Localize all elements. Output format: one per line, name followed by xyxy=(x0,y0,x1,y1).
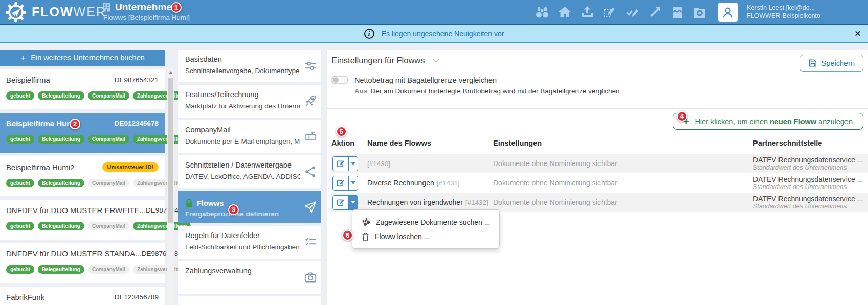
scroll-up-icon[interactable] xyxy=(169,71,173,74)
row-menu-button[interactable] xyxy=(349,157,358,171)
company-card-beispielfirma[interactable]: Beispielfirma DE987654321 gebucht Belega… xyxy=(0,69,165,109)
menu-title: Zahlungsverwaltung xyxy=(185,267,252,275)
badge-belegaufteilung: Belegaufteilung xyxy=(38,179,84,187)
col-name: Name des Flowws xyxy=(367,139,493,147)
menu-item-regeln[interactable]: Regeln für Datenfelder Feld-Sichtbarkeit… xyxy=(178,226,321,259)
annotation-6: 6 xyxy=(342,230,353,241)
book-company-button[interactable]: + Ein weiteres Unternehmen buchen xyxy=(0,50,165,66)
toggle-state: Aus xyxy=(354,87,368,95)
menu-title: CompanyMail xyxy=(185,126,231,134)
scrollbar-thumb[interactable] xyxy=(168,78,173,223)
close-icon[interactable]: ✕ xyxy=(854,29,861,38)
user-avatar[interactable] xyxy=(718,3,738,22)
edit-button[interactable] xyxy=(333,176,349,190)
bagatell-toggle[interactable] xyxy=(331,76,348,84)
notification-bar: i Es liegen ungesehene Neuigkeiten vor ✕ xyxy=(0,24,868,43)
edit-split-button[interactable] xyxy=(332,195,358,210)
edit-split-button[interactable] xyxy=(332,156,358,171)
menu-item-partial[interactable] xyxy=(178,296,321,305)
toggle-label: Nettobetrag mit Bagatellgrenze vergleich… xyxy=(354,76,497,84)
floww-settings: Dokumente ohne Nominierung sichtbar xyxy=(493,159,753,168)
menu-item-flowws[interactable]: Flowws Freigabeprozesse definieren xyxy=(178,191,321,223)
floww-name: Rechnungen von irgendwoher xyxy=(367,198,463,206)
share-arrow-icon[interactable] xyxy=(648,5,662,19)
binoculars-icon[interactable] xyxy=(535,5,549,19)
vat-warning-badge: Umsatzsteuer-ID! xyxy=(102,162,159,172)
company-card-beispielfirma-humi[interactable]: Beispielfirma Humi DE012345678 gebucht B… xyxy=(0,113,165,153)
floppy-icon xyxy=(809,59,817,67)
menu-subtitle: Freigabeprozesse definieren xyxy=(185,210,300,218)
edit-button[interactable] xyxy=(333,157,349,171)
badge-companymail: CompanyMail xyxy=(88,179,129,187)
save-button-label: Speichern xyxy=(821,59,855,67)
sign-multiple-icon[interactable] xyxy=(625,5,639,19)
upload-icon[interactable] xyxy=(580,5,594,19)
camera-icon xyxy=(304,271,317,284)
col-partnerschnittstelle: Partnerschnittstelle xyxy=(753,139,868,147)
lock-icon xyxy=(185,199,193,207)
edit-button[interactable] xyxy=(333,196,349,209)
info-icon: i xyxy=(364,29,374,39)
row-context-menu: Zugewiesene Dokumente suchen ... Floww l… xyxy=(352,209,500,249)
plus-icon: + xyxy=(20,53,26,63)
trash-icon xyxy=(362,232,369,241)
company-card-beispielfirma-humi2[interactable]: Beispielfirma Humi2 Umsatzsteuer-ID! geb… xyxy=(0,156,165,196)
menu-item-label: Zugewiesene Dokumente suchen ... xyxy=(376,218,490,226)
company-name: Beispielfirma Humi2 xyxy=(6,163,74,172)
menu-item-companymail[interactable]: CompanyMail Dokumente per E-Mail empfang… xyxy=(178,120,321,153)
photo-archive-icon[interactable] xyxy=(693,5,707,19)
save-button[interactable]: Speichern xyxy=(800,55,863,72)
table-row: Diverse Rechnungen[#1431] Dokumente ohne… xyxy=(331,173,868,193)
building-icon xyxy=(102,3,111,12)
brand[interactable]: FLOWWER xyxy=(5,0,106,24)
logo-wordmark: FLOWWER xyxy=(32,5,106,19)
annotation-2: 2 xyxy=(70,119,80,129)
company-vat: DE987654321 xyxy=(115,76,159,84)
badge-gebucht: gebucht xyxy=(6,222,34,230)
edit-split-button[interactable] xyxy=(332,176,358,191)
company-card-dnfdev-erweitert[interactable]: DNFDEV für DUO MUSTER ERWEITE... DE98765… xyxy=(0,200,165,240)
menu-subtitle: DATEV, LexOffice, AGENDA, ADDISON, ... xyxy=(185,173,300,180)
badge-gebucht: gebucht xyxy=(6,265,34,274)
binoculars-icon xyxy=(362,218,370,226)
edit-icon xyxy=(337,159,345,168)
partner-note: Standardwert des Unternehmens xyxy=(753,203,868,210)
annotation-4: 4 xyxy=(677,111,687,122)
annotation-1: 1 xyxy=(171,2,182,13)
company-card-fabrikfunk[interactable]: FabrikFunk DE123456789 xyxy=(0,287,165,305)
split-document-icon[interactable] xyxy=(670,5,684,19)
rocket-icon xyxy=(304,95,317,108)
home-icon[interactable] xyxy=(558,5,572,19)
table-row: [#1430] Dokumente ohne Nominierung sicht… xyxy=(331,154,868,173)
partner-interface: DATEV Rechnungsdatenservice ... xyxy=(753,175,868,184)
new-floww-button[interactable]: + Hier klicken, um einenneuen Flowwanzul… xyxy=(673,113,863,130)
settings-menu: Basisdaten Schnittstellenvorgabe, Dokume… xyxy=(178,50,321,305)
menu-item-delete-floww[interactable]: Floww löschen ... xyxy=(352,229,499,244)
sliders-icon xyxy=(304,59,317,73)
menu-item-zahlungsverwaltung[interactable]: Zahlungsverwaltung xyxy=(178,261,321,294)
flowws-table: Aktion Name des Flowws Einstellungen Par… xyxy=(331,136,868,212)
menu-title: Basisdaten xyxy=(185,55,222,63)
user-info[interactable]: Kerstin Leest [kel@do... FLOWWER-Beispie… xyxy=(747,4,820,20)
paper-plane-icon xyxy=(304,200,317,214)
menu-title: Regeln für Datenfelder xyxy=(185,231,260,240)
menu-item-schnittstellen[interactable]: Schnittstellen / Datenweitergabe DATEV, … xyxy=(178,155,321,188)
page-subtitle: Flowws [Beispielfirma Humi] xyxy=(103,14,190,21)
menu-item-basisdaten[interactable]: Basisdaten Schnittstellenvorgabe, Dokume… xyxy=(178,50,321,82)
person-icon xyxy=(721,6,735,19)
news-link[interactable]: Es liegen ungesehene Neuigkeiten vor xyxy=(382,30,504,38)
row-menu-button[interactable] xyxy=(349,196,358,209)
page-title: Unternehmen xyxy=(115,2,177,13)
floww-settings: Dokumente ohne Nominierung sichtbar xyxy=(493,198,753,206)
menu-title: Flowws xyxy=(197,199,224,207)
section-chevron-icon[interactable] xyxy=(432,58,440,63)
sidebar-scrollbar[interactable] xyxy=(167,68,174,305)
header-toolbar: Kerstin Leest [kel@do... FLOWWER-Beispie… xyxy=(535,0,820,24)
menu-item-search-documents[interactable]: Zugewiesene Dokumente suchen ... xyxy=(352,215,499,229)
select-edit-icon[interactable] xyxy=(603,5,617,19)
row-menu-button[interactable] xyxy=(349,176,358,190)
company-card-dnfdev-standard[interactable]: DNFDEV für DUO MUSTER STANDA... DE987654… xyxy=(0,243,165,283)
section-divider xyxy=(327,108,868,109)
menu-item-features[interactable]: Features/Teilrechnung Marktplatz für Akt… xyxy=(178,85,321,118)
menu-item-label: Floww löschen ... xyxy=(375,232,430,241)
